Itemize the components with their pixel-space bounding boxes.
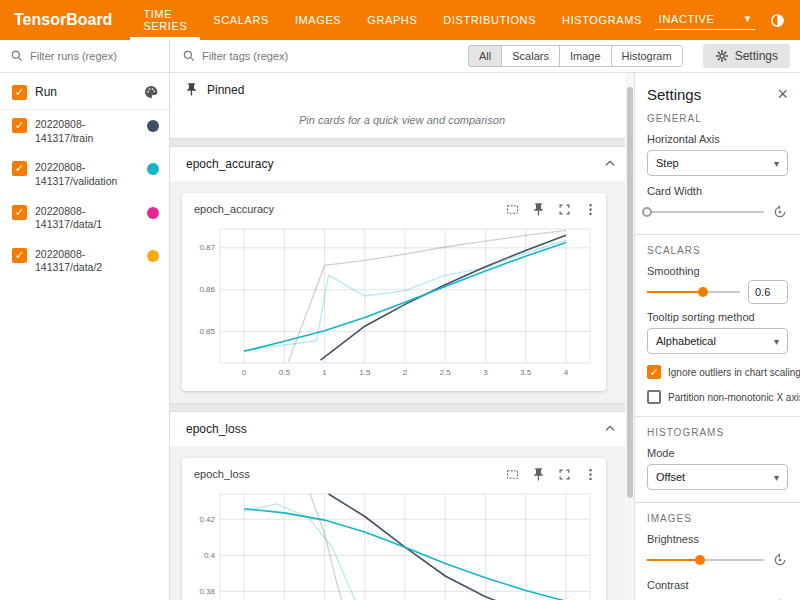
theme-toggle-icon[interactable] xyxy=(769,11,787,29)
svg-text:0: 0 xyxy=(242,368,247,377)
run-label: 20220808-141317/validation xyxy=(35,161,139,188)
tab-scalars[interactable]: SCALARS xyxy=(200,0,282,40)
tag-filter-scalars[interactable]: Scalars xyxy=(501,45,560,67)
more-options-icon[interactable] xyxy=(582,201,598,217)
slider-thumb[interactable] xyxy=(642,207,652,217)
run-label: 20220808-141317/data/2 xyxy=(35,248,139,275)
checkbox[interactable]: ✓ xyxy=(647,390,661,404)
tab-images[interactable]: IMAGES xyxy=(282,0,354,40)
section-header-epoch-loss[interactable]: epoch_loss xyxy=(170,412,634,446)
pin-card-icon[interactable] xyxy=(530,466,546,482)
header-actions: ? xyxy=(769,0,800,40)
svg-text:0.38: 0.38 xyxy=(199,587,215,596)
tab-time-series[interactable]: TIME SERIES xyxy=(130,0,200,40)
chevron-down-icon: ▾ xyxy=(774,158,779,169)
partition-x-axis-checkbox[interactable]: ✓ Partition non-monotonic X axis i xyxy=(647,390,788,404)
checkbox[interactable]: ✓ xyxy=(647,365,661,379)
pin-icon xyxy=(184,82,199,97)
svg-text:3.5: 3.5 xyxy=(520,368,532,377)
reset-icon[interactable] xyxy=(772,204,788,220)
ignore-outliers-checkbox[interactable]: ✓ Ignore outliers in chart scaling xyxy=(647,365,788,379)
pinned-hint-text: Pin cards for a quick view and compariso… xyxy=(170,106,634,138)
slider-thumb[interactable] xyxy=(695,555,705,565)
chevron-up-icon[interactable] xyxy=(602,156,618,172)
slider-thumb[interactable] xyxy=(698,287,708,297)
main-scrollbar[interactable] xyxy=(625,73,634,600)
card-header: epoch_accuracy xyxy=(182,193,606,219)
run-checkbox[interactable]: ✓ xyxy=(12,205,27,220)
histogram-mode-select[interactable]: Offset ▾ xyxy=(647,464,788,490)
reload-status-dropdown[interactable]: INACTIVE ▾ xyxy=(655,10,755,30)
filter-runs-input[interactable] xyxy=(30,50,159,62)
run-color-dot[interactable] xyxy=(147,120,159,132)
histogram-mode-value: Offset xyxy=(656,471,685,483)
run-label: 20220808-141317/train xyxy=(35,118,139,145)
scalars-heading: SCALARS xyxy=(647,245,788,256)
filter-tags-input[interactable] xyxy=(202,50,462,62)
fullscreen-icon[interactable] xyxy=(556,466,572,482)
run-checkbox[interactable]: ✓ xyxy=(12,118,27,133)
tag-filter-all[interactable]: All xyxy=(468,45,502,67)
tab-histograms[interactable]: HISTOGRAMS xyxy=(549,0,655,40)
section-title: epoch_loss xyxy=(186,422,247,436)
fit-to-data-icon[interactable] xyxy=(504,201,520,217)
tab-graphs[interactable]: GRAPHS xyxy=(354,0,430,40)
palette-icon[interactable] xyxy=(143,84,159,100)
settings-button[interactable]: Settings xyxy=(703,44,790,68)
card-header: epoch_loss xyxy=(182,458,606,484)
horizontal-axis-select[interactable]: Step ▾ xyxy=(647,150,788,176)
horizontal-axis-label: Horizontal Axis xyxy=(647,133,788,145)
fullscreen-icon[interactable] xyxy=(556,201,572,217)
run-color-dot[interactable] xyxy=(147,163,159,175)
svg-text:0.87: 0.87 xyxy=(199,243,215,252)
app-header: TensorBoard TIME SERIES SCALARS IMAGES G… xyxy=(0,0,800,40)
svg-text:1: 1 xyxy=(322,368,327,377)
brightness-slider[interactable] xyxy=(647,553,764,567)
search-icon xyxy=(182,49,196,63)
section-header-epoch-accuracy[interactable]: epoch_accuracy xyxy=(170,147,634,181)
horizontal-axis-value: Step xyxy=(656,157,679,169)
cards-area: Pinned Pin cards for a quick view and co… xyxy=(170,73,634,600)
smoothing-label: Smoothing xyxy=(647,265,788,277)
card-area: epoch_loss xyxy=(170,446,634,600)
fit-to-data-icon[interactable] xyxy=(504,466,520,482)
chevron-up-icon[interactable] xyxy=(602,421,618,437)
run-row-data-1[interactable]: ✓ 20220808-141317/data/1 xyxy=(0,197,169,240)
close-icon[interactable]: × xyxy=(777,85,788,103)
chevron-down-icon: ▾ xyxy=(774,336,779,347)
tag-filter-image[interactable]: Image xyxy=(559,45,612,67)
chart-wrap: 00.511.522.533.540.360.380.40.42 xyxy=(182,484,606,600)
svg-text:3: 3 xyxy=(483,368,488,377)
svg-text:2.5: 2.5 xyxy=(440,368,452,377)
pin-card-icon[interactable] xyxy=(530,201,546,217)
run-checkbox[interactable]: ✓ xyxy=(12,248,27,263)
run-row-data-2[interactable]: ✓ 20220808-141317/data/2 xyxy=(0,240,169,283)
epoch-accuracy-chart[interactable]: 00.511.522.533.540.850.860.87 xyxy=(186,221,600,379)
run-row-train[interactable]: ✓ 20220808-141317/train xyxy=(0,110,169,153)
section-separator xyxy=(170,403,634,412)
run-row-validation[interactable]: ✓ 20220808-141317/validation xyxy=(0,153,169,196)
select-all-runs-checkbox[interactable]: ✓ xyxy=(12,85,27,100)
pinned-section-header: Pinned xyxy=(170,73,634,106)
run-checkbox[interactable]: ✓ xyxy=(12,161,27,176)
search-icon xyxy=(10,49,24,63)
reset-icon[interactable] xyxy=(772,552,788,568)
settings-button-label: Settings xyxy=(735,49,778,63)
scalar-card-epoch-accuracy: epoch_accuracy xyxy=(182,193,606,391)
card-width-slider[interactable] xyxy=(647,205,764,219)
tab-distributions[interactable]: DISTRIBUTIONS xyxy=(430,0,549,40)
scrollbar-thumb[interactable] xyxy=(627,87,633,498)
more-options-icon[interactable] xyxy=(582,466,598,482)
epoch-loss-chart[interactable]: 00.511.522.533.540.360.380.40.42 xyxy=(186,486,600,600)
smoothing-slider[interactable] xyxy=(647,285,740,299)
brightness-label: Brightness xyxy=(647,533,788,545)
tooltip-sorting-label: Tooltip sorting method xyxy=(647,311,788,323)
smoothing-value-input[interactable] xyxy=(748,280,788,304)
card-actions xyxy=(504,466,598,482)
run-color-dot[interactable] xyxy=(147,250,159,262)
run-color-dot[interactable] xyxy=(147,207,159,219)
tag-filter-histogram[interactable]: Histogram xyxy=(611,45,683,67)
tooltip-sorting-select[interactable]: Alphabetical ▾ xyxy=(647,328,788,354)
card-area: epoch_accuracy xyxy=(170,181,634,403)
card-title: epoch_accuracy xyxy=(194,203,504,215)
